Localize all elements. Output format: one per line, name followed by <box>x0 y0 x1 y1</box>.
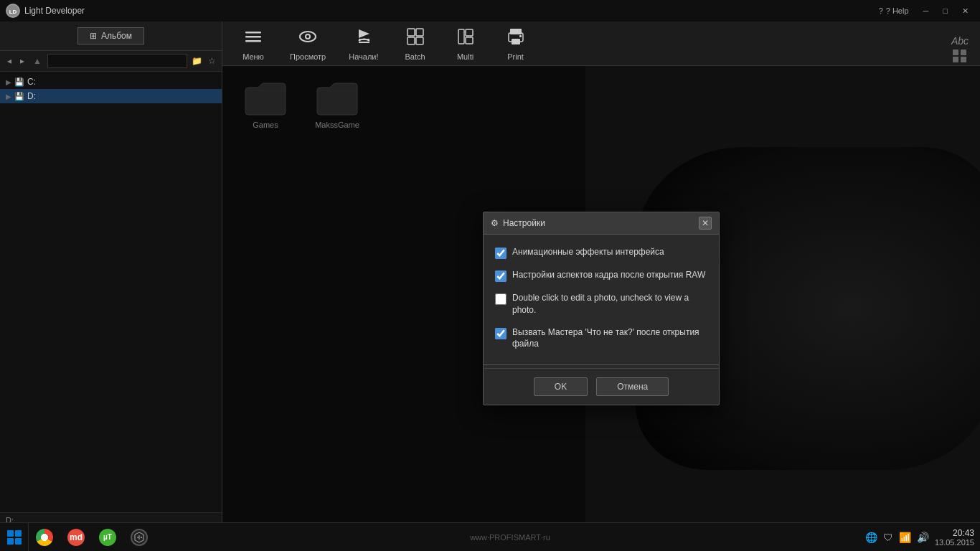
print-icon <box>506 27 526 50</box>
help-label: ? Help <box>886 6 909 15</box>
tree-arrow-d: ▶ <box>6 93 11 100</box>
dialog-title-label: Настройки <box>503 218 545 228</box>
app-logo: LD Light Developer <box>6 4 85 18</box>
minimize-button[interactable]: ─ <box>918 5 935 17</box>
label-animations[interactable]: Анимационные эффекты интерфейса <box>512 246 664 258</box>
tree-label-d: D: <box>27 91 36 101</box>
svg-rect-16 <box>466 29 473 36</box>
view-icon <box>298 27 318 50</box>
nav-back-button[interactable]: ◂ <box>4 55 14 67</box>
checkbox-wizard[interactable] <box>495 328 507 339</box>
toolbar-multi-label: Multi <box>457 52 473 61</box>
checkbox-raw-settings[interactable] <box>495 270 507 282</box>
batch-icon <box>405 27 425 50</box>
title-bar-left: LD Light Developer <box>6 4 85 18</box>
toolbar-start[interactable]: Начали! <box>337 22 390 65</box>
svg-rect-12 <box>416 29 423 36</box>
tree-item-c[interactable]: ▶ 💾 C: <box>0 75 222 89</box>
toolbar-view-label: Просмотр <box>290 52 326 61</box>
tray-volume-icon[interactable]: 🔊 <box>917 532 929 543</box>
multi-icon <box>456 27 476 50</box>
dialog-settings-icon: ⚙ <box>491 218 499 228</box>
label-raw-settings[interactable]: Настройки аспектов кадра после открытия … <box>512 269 705 281</box>
toolbar-batch[interactable]: Batch <box>390 22 440 65</box>
tray-wifi-icon[interactable]: 📶 <box>899 532 911 543</box>
question-icon: ? <box>879 6 883 15</box>
tray-shield-icon[interactable]: 🛡 <box>883 532 893 543</box>
tray-network-icon[interactable]: 🌐 <box>865 532 877 543</box>
tree-arrow-c: ▶ <box>6 78 11 86</box>
checkbox-double-click[interactable] <box>495 293 507 305</box>
toolbar-multi[interactable]: Multi <box>440 22 491 65</box>
nav-folder-button[interactable]: 📁 <box>190 55 204 67</box>
nav-path-input[interactable] <box>47 54 187 68</box>
title-bar: LD Light Developer ? ? Help ─ □ ✕ <box>0 0 980 22</box>
settings-dialog: ⚙ Настройки ✕ Анимационные эффекты интер… <box>483 212 720 405</box>
option-wizard: Вызвать Мастера 'Что не так?' после откр… <box>495 326 707 351</box>
md-label: md <box>70 532 83 542</box>
clock[interactable]: 20:43 13.05.2015 <box>935 528 974 547</box>
app-icon: LD <box>6 4 20 18</box>
album-bar: ⊞ Альбом <box>0 22 222 51</box>
label-double-click[interactable]: Double click to edit a photo, uncheck to… <box>512 292 707 316</box>
grid-view-toggle[interactable] <box>953 50 967 62</box>
clock-date: 13.05.2015 <box>935 538 974 547</box>
toolbar-view[interactable]: Просмотр <box>278 22 337 65</box>
taskbar-utorrent[interactable]: µT <box>92 523 123 552</box>
right-panel: Меню Просмотр <box>222 22 980 551</box>
svg-rect-18 <box>510 29 522 34</box>
toolbar-start-label: Начали! <box>349 52 378 61</box>
menu-icon <box>243 27 263 50</box>
taskbar-md[interactable]: md <box>60 523 92 552</box>
file-tree: ▶ 💾 C: ▶ 💾 D: <box>0 72 222 512</box>
title-bar-right: ? ? Help ─ □ ✕ <box>873 5 974 17</box>
label-wizard[interactable]: Вызвать Мастера 'Что не так?' после откр… <box>512 326 707 351</box>
close-button[interactable]: ✕ <box>956 5 974 17</box>
start-icon-toolbar <box>354 27 374 50</box>
windows-start-icon <box>7 530 22 545</box>
main-content: ⊞ Альбом ◂ ▸ ▲ 📁 ☆ ▶ 💾 C: ▶ 💾 D: <box>0 22 980 551</box>
taskbar: md µT www·PROFISMART·ru 🌐 🛡 📶 🔊 20:43 13… <box>0 522 980 551</box>
svg-rect-21 <box>519 35 522 37</box>
svg-rect-15 <box>458 29 464 44</box>
browser-area: Games MakssGame <box>222 66 980 551</box>
toolbar-print[interactable]: Print <box>491 22 541 65</box>
help-button[interactable]: ? ? Help <box>873 5 915 17</box>
dialog-footer: OK Отмена <box>484 368 719 405</box>
tree-item-d[interactable]: ▶ 💾 D: <box>0 89 222 103</box>
svg-point-7 <box>306 35 309 38</box>
svg-rect-20 <box>512 39 520 44</box>
clock-time: 20:43 <box>953 528 974 538</box>
dialog-body: Анимационные эффекты интерфейса Настройк… <box>484 235 719 362</box>
toolbar-menu[interactable]: Меню <box>228 22 278 65</box>
toolbar: Меню Просмотр <box>222 22 980 66</box>
checkbox-animations[interactable] <box>495 248 507 259</box>
album-label: Альбом <box>101 31 132 41</box>
taskbar-right: 🌐 🛡 📶 🔊 20:43 13.05.2015 <box>865 523 980 551</box>
md-icon: md <box>67 529 85 546</box>
dialog-title: ⚙ Настройки <box>491 218 545 228</box>
taskbar-game[interactable] <box>123 523 155 552</box>
dialog-titlebar: ⚙ Настройки ✕ <box>484 212 719 235</box>
nav-bookmark-button[interactable]: ☆ <box>207 55 217 67</box>
tree-label-c: C: <box>27 77 36 87</box>
abc-label: Abc <box>951 35 969 47</box>
svg-rect-3 <box>245 36 261 38</box>
start-button[interactable] <box>0 523 29 552</box>
nav-forward-button[interactable]: ▸ <box>17 55 27 67</box>
cancel-button[interactable]: Отмена <box>596 377 669 396</box>
taskbar-chrome[interactable] <box>29 523 60 552</box>
grid-icon: ⊞ <box>90 31 97 41</box>
dialog-overlay: ⚙ Настройки ✕ Анимационные эффекты интер… <box>222 66 980 551</box>
utorrent-icon: µT <box>99 529 116 546</box>
drive-icon-c: 💾 <box>14 77 24 87</box>
utorrent-label: µT <box>103 533 112 541</box>
maximize-button[interactable]: □ <box>937 5 953 17</box>
option-animations: Анимационные эффекты интерфейса <box>495 246 707 259</box>
nav-up-button[interactable]: ▲ <box>30 55 44 67</box>
svg-text:LD: LD <box>9 9 17 15</box>
ok-button[interactable]: OK <box>534 377 588 396</box>
dialog-close-button[interactable]: ✕ <box>699 217 712 230</box>
svg-rect-14 <box>416 37 423 44</box>
album-button[interactable]: ⊞ Альбом <box>77 27 144 44</box>
